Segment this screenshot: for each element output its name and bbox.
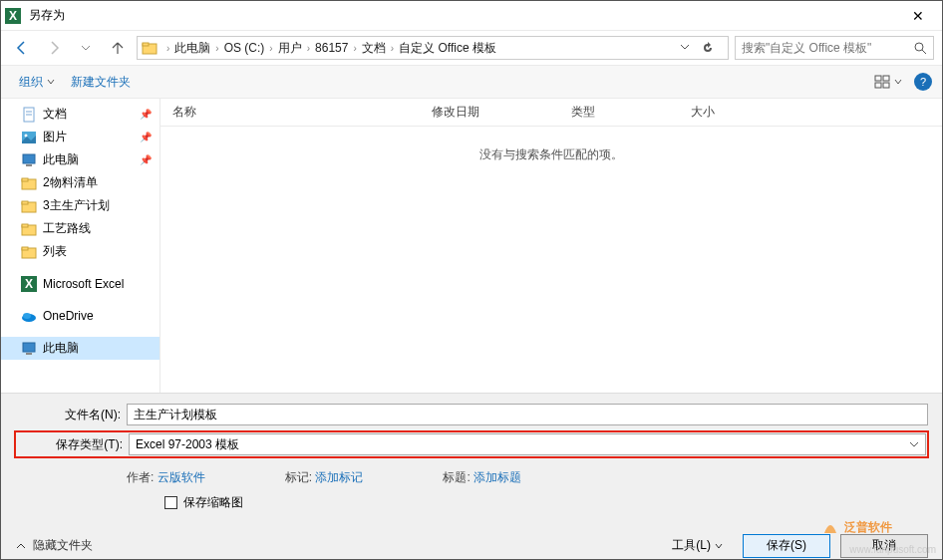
- savetype-dropdown[interactable]: Excel 97-2003 模板: [129, 433, 926, 455]
- refresh-button[interactable]: [702, 42, 724, 54]
- recent-dropdown[interactable]: [73, 35, 99, 61]
- sidebar-item-6[interactable]: 列表: [1, 240, 159, 263]
- svg-rect-30: [26, 353, 32, 355]
- sidebar-item-label: 3主生产计划: [43, 197, 110, 214]
- help-button[interactable]: ?: [914, 73, 932, 91]
- svg-rect-6: [875, 76, 881, 81]
- empty-message: 没有与搜索条件匹配的项。: [160, 127, 942, 393]
- pin-icon: 📌: [140, 132, 152, 142]
- chevron-down-icon: [47, 78, 55, 86]
- savetype-label: 保存类型(T):: [17, 436, 129, 453]
- pin-icon: 📌: [140, 109, 152, 120]
- view-options-button[interactable]: [870, 73, 906, 91]
- search-input[interactable]: 搜索"自定义 Office 模板": [735, 36, 934, 60]
- tags-value[interactable]: 添加标记: [315, 470, 363, 484]
- sidebar-item-0[interactable]: 文档📌: [1, 103, 159, 126]
- sidebar-item-label: 列表: [43, 243, 67, 260]
- pc-icon: [21, 152, 37, 168]
- svg-point-4: [915, 43, 923, 51]
- crumb-user[interactable]: 86157: [315, 41, 348, 55]
- save-button[interactable]: 保存(S): [743, 534, 830, 558]
- folder-icon: [21, 221, 37, 237]
- crumb-pc[interactable]: 此电脑: [174, 40, 210, 57]
- cancel-button[interactable]: 取消: [840, 534, 928, 558]
- sidebar-item-3[interactable]: 2物料清单: [1, 171, 159, 194]
- sidebar-item-label: 此电脑: [43, 151, 79, 168]
- svg-rect-22: [22, 224, 28, 227]
- svg-rect-8: [875, 83, 881, 88]
- svg-rect-9: [883, 83, 889, 88]
- excel-app-icon: X: [5, 8, 21, 24]
- svg-text:X: X: [9, 9, 17, 23]
- back-button[interactable]: [9, 35, 35, 61]
- svg-rect-3: [143, 43, 149, 46]
- sidebar-item-4[interactable]: 3主生产计划: [1, 194, 159, 217]
- col-type[interactable]: 类型: [559, 104, 679, 121]
- svg-rect-18: [22, 178, 28, 181]
- filename-label: 文件名(N):: [15, 407, 127, 423]
- pic-icon: [21, 130, 37, 145]
- new-folder-button[interactable]: 新建文件夹: [63, 70, 139, 95]
- sidebar-item-label: Microsoft Excel: [43, 277, 124, 291]
- chevron-right-icon: ›: [215, 43, 218, 54]
- col-modified[interactable]: 修改日期: [420, 104, 559, 121]
- chevron-right-icon: ›: [307, 43, 310, 54]
- search-placeholder: 搜索"自定义 Office 模板": [742, 40, 871, 57]
- search-icon[interactable]: [913, 41, 927, 55]
- chevron-down-icon: [894, 78, 902, 86]
- onedrive-icon: [21, 308, 37, 324]
- sidebar-item-label: 此电脑: [43, 340, 79, 357]
- save-thumbnail-checkbox[interactable]: [164, 496, 177, 509]
- tags-label: 标记:: [285, 470, 312, 484]
- breadcrumb[interactable]: › 此电脑 › OS (C:) › 用户 › 86157 › 文档 › 自定义 …: [161, 40, 496, 57]
- col-size[interactable]: 大小: [679, 104, 779, 121]
- pin-icon: 📌: [140, 154, 152, 165]
- title-label: 标题:: [443, 470, 470, 484]
- address-dropdown[interactable]: [680, 42, 702, 54]
- sidebar-item-7[interactable]: XMicrosoft Excel: [1, 273, 159, 295]
- window-title: 另存为: [29, 7, 898, 24]
- crumb-users[interactable]: 用户: [278, 40, 302, 57]
- svg-point-28: [23, 313, 31, 319]
- crumb-drive[interactable]: OS (C:): [224, 41, 265, 55]
- folder-icon: [21, 198, 37, 214]
- folder-icon: [21, 244, 37, 260]
- forward-button: [41, 35, 67, 61]
- chevron-right-icon: ›: [353, 43, 356, 54]
- sidebar-item-9[interactable]: 此电脑: [1, 337, 159, 360]
- organize-button[interactable]: 组织: [11, 70, 63, 95]
- crumb-current[interactable]: 自定义 Office 模板: [399, 40, 496, 57]
- svg-rect-7: [883, 76, 889, 81]
- crumb-docs[interactable]: 文档: [362, 40, 386, 57]
- tools-button[interactable]: 工具(L): [662, 533, 733, 558]
- author-value[interactable]: 云版软件: [157, 470, 205, 484]
- chevron-down-icon: [909, 439, 919, 449]
- chevron-down-icon: [715, 542, 723, 550]
- sidebar-item-2[interactable]: 此电脑📌: [1, 148, 159, 171]
- chevron-right-icon: ›: [391, 43, 394, 54]
- svg-rect-24: [22, 247, 28, 250]
- author-label: 作者:: [127, 470, 154, 484]
- folder-icon: [21, 175, 37, 191]
- svg-line-5: [922, 50, 926, 54]
- filename-input[interactable]: [127, 404, 928, 425]
- sidebar-item-5[interactable]: 工艺路线: [1, 217, 159, 240]
- title-value[interactable]: 添加标题: [473, 470, 521, 484]
- doc-icon: [21, 107, 37, 123]
- save-thumbnail-label: 保存缩略图: [183, 494, 243, 511]
- hide-folders-button[interactable]: 隐藏文件夹: [15, 537, 93, 554]
- column-headers: 名称 修改日期 类型 大小: [160, 99, 942, 127]
- pc-icon: [21, 341, 37, 357]
- up-button[interactable]: [105, 35, 131, 61]
- svg-rect-16: [26, 164, 32, 166]
- sidebar-item-label: 工艺路线: [43, 220, 91, 237]
- savetype-value: Excel 97-2003 模板: [136, 436, 239, 453]
- sidebar-item-8[interactable]: OneDrive: [1, 305, 159, 327]
- close-button[interactable]: ✕: [898, 8, 938, 24]
- svg-rect-29: [23, 343, 35, 352]
- col-name[interactable]: 名称: [160, 104, 420, 121]
- sidebar-item-label: 文档: [43, 106, 67, 123]
- sidebar-item-1[interactable]: 图片📌: [1, 126, 159, 148]
- address-bar[interactable]: › 此电脑 › OS (C:) › 用户 › 86157 › 文档 › 自定义 …: [137, 36, 729, 60]
- sidebar-item-label: 2物料清单: [43, 174, 98, 191]
